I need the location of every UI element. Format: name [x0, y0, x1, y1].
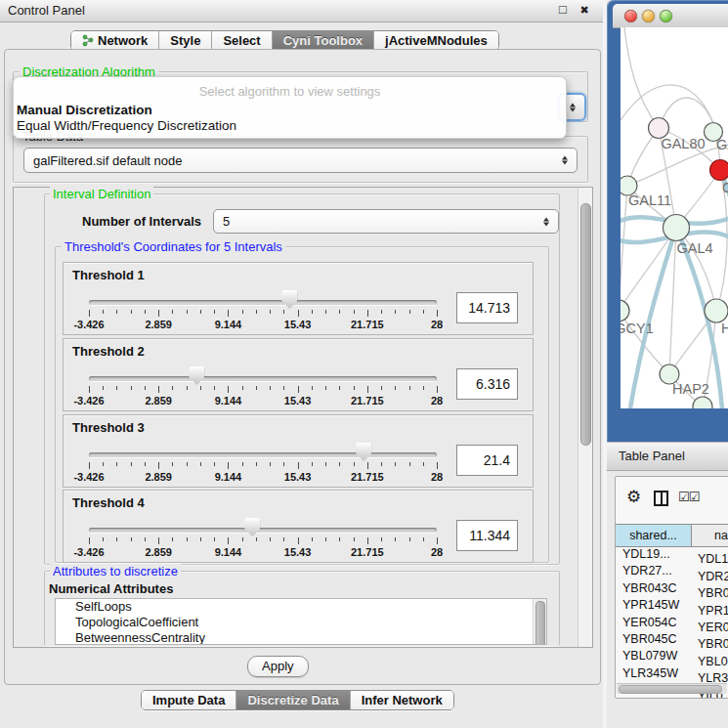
slider-thumb[interactable]	[244, 518, 260, 536]
threshold-4-slider[interactable]: -3.4262.8599.14415.4321.71528	[89, 491, 437, 562]
network-window-titlebar[interactable]	[613, 4, 728, 28]
network-graph[interactable]: GAL80GACGAL11GAL4GCY1HHAP2	[621, 27, 728, 408]
list-scrollbar[interactable]	[533, 599, 546, 644]
threshold-value-field[interactable]: 6.316	[456, 368, 518, 400]
tick-label: 15.43	[284, 319, 312, 330]
cell-shared-name[interactable]: YBR043C	[616, 580, 692, 597]
slider-track[interactable]	[89, 452, 437, 457]
tab-label: Cyni Toolbox	[283, 31, 363, 50]
apply-button[interactable]: Apply	[247, 656, 309, 677]
tab-jactivemnodules[interactable]: jActiveMNodules	[373, 31, 498, 50]
dropdown-option-manual[interactable]: Manual Discretization	[16, 103, 564, 118]
network-node[interactable]	[705, 299, 728, 322]
gear-icon[interactable]: ⚙	[626, 487, 641, 507]
close-traffic-light[interactable]	[624, 10, 637, 22]
table-row[interactable]: YDL19...YDL1	[616, 546, 728, 563]
network-canvas[interactable]: GAL80GACGAL11GAL4GCY1HHAP2	[621, 27, 728, 408]
table-row[interactable]: YBR043CYBR0	[616, 580, 728, 597]
slider-ticks	[89, 310, 437, 318]
slider-track[interactable]	[89, 300, 437, 305]
cell-shared-name[interactable]: YER054C	[616, 615, 692, 631]
threshold-value-field[interactable]: 14.713	[456, 292, 518, 323]
vertical-scrollbar-thumb[interactable]	[580, 203, 591, 446]
tab-impute-data[interactable]: Impute Data	[142, 691, 236, 709]
threshold-value-field[interactable]: 21.4	[456, 445, 518, 476]
threshold-value-field[interactable]: 11.344	[456, 520, 518, 551]
column-header-name[interactable]: na	[692, 525, 728, 546]
threshold-1-slider[interactable]: -3.4262.8599.14415.4321.71528	[89, 263, 437, 334]
select-checkboxes-icon[interactable]: ☑☑	[678, 490, 699, 504]
threshold-2-slider[interactable]: -3.4262.8599.14415.4321.71528	[89, 339, 437, 410]
network-node[interactable]	[621, 300, 629, 321]
close-icon[interactable]: ✖	[577, 4, 592, 17]
network-node-label: GAL4	[676, 240, 712, 256]
slider-ticks	[89, 462, 437, 470]
tick-label: 15.43	[284, 395, 312, 407]
tick-label: 21.715	[351, 319, 384, 330]
control-panel-titlebar: Control Panel □ ✖	[0, 0, 604, 22]
table-row[interactable]: YLR345WYLR3	[616, 665, 728, 682]
tab-network[interactable]: Network	[71, 31, 158, 50]
horizontal-scrollbar[interactable]	[617, 683, 727, 694]
list-scrollbar-thumb[interactable]	[535, 601, 545, 645]
interval-definition-title: Interval Definition	[50, 187, 153, 201]
cell-shared-name[interactable]: YBR045C	[616, 631, 692, 648]
dropdown-option-equal-width[interactable]: Equal Width/Frequency Discretization	[16, 118, 564, 134]
table-data-combo[interactable]: galFiltered.sif default node	[23, 148, 578, 173]
network-edge[interactable]	[621, 186, 627, 311]
table-row[interactable]: YBR045CYBR0	[616, 631, 728, 648]
cell-shared-name[interactable]: YDL19...	[616, 546, 692, 563]
column-header-shared-name[interactable]: shared...	[616, 525, 692, 546]
network-node[interactable]	[693, 397, 712, 408]
tick-label: 28	[431, 471, 443, 483]
tick-label: 28	[431, 319, 443, 330]
table-row[interactable]: YPR145WYPR1	[616, 597, 728, 614]
columns-icon[interactable]	[654, 491, 668, 506]
numerical-attributes-list[interactable]: SelfLoopsTopologicalCoefficientBetweenne…	[55, 598, 547, 645]
slider-thumb[interactable]	[356, 443, 371, 461]
slider-thumb[interactable]	[281, 290, 297, 309]
table-data-combo-value: galFiltered.sif default node	[33, 153, 182, 168]
bottom-tab-bar: Impute Data Discretize Data Infer Networ…	[141, 690, 454, 710]
tab-select[interactable]: Select	[211, 31, 271, 50]
tick-label: 21.715	[351, 546, 384, 558]
zoom-traffic-light[interactable]	[660, 10, 672, 22]
tab-cyni-toolbox[interactable]: Cyni Toolbox	[272, 31, 373, 50]
cell-shared-name[interactable]: YPR145W	[616, 597, 692, 614]
slider-thumb[interactable]	[189, 366, 204, 385]
num-intervals-label: Number of Intervals	[82, 214, 201, 229]
cell-shared-name[interactable]: YBL079W	[616, 648, 692, 664]
table-row[interactable]: YDR27...YDR2	[616, 563, 728, 579]
slider-track[interactable]	[89, 528, 437, 533]
slider-tick-labels: -3.4262.8599.14415.4321.71528	[89, 546, 437, 558]
slider-tick-labels: -3.4262.8599.14415.4321.71528	[89, 319, 437, 330]
network-node-label: GA	[716, 137, 728, 152]
network-edge[interactable]	[624, 27, 659, 128]
threshold-3-slider[interactable]: -3.4262.8599.14415.4321.71528	[89, 415, 437, 487]
tab-infer-network[interactable]: Infer Network	[350, 691, 453, 709]
slider-ticks	[89, 537, 437, 545]
tab-discretize-data[interactable]: Discretize Data	[236, 691, 349, 709]
tick-label: 2.859	[145, 471, 172, 483]
table-row[interactable]: YBL079WYBL0	[616, 648, 728, 664]
horizontal-scrollbar-thumb[interactable]	[619, 685, 722, 694]
network-node[interactable]	[664, 215, 690, 241]
network-node[interactable]	[710, 160, 728, 181]
num-intervals-combo[interactable]: 5	[213, 209, 559, 234]
attribute-list-item[interactable]: TopologicalCoefficient	[56, 615, 546, 630]
network-node-label: GAL11	[628, 193, 671, 208]
dropdown-placeholder: Select algorithm to view settings	[14, 84, 566, 99]
table-row[interactable]: YER054CYER0	[616, 615, 728, 631]
slider-track[interactable]	[89, 376, 437, 381]
vertical-scrollbar[interactable]	[578, 188, 592, 647]
minimize-traffic-light[interactable]	[642, 10, 655, 22]
tab-label: jActiveMNodules	[385, 31, 488, 50]
cell-shared-name[interactable]: YLR345W	[616, 665, 692, 682]
cell-shared-name[interactable]: YDR27...	[616, 563, 692, 579]
network-edge[interactable]	[621, 85, 713, 123]
float-icon[interactable]: □	[555, 2, 571, 17]
attribute-list-item[interactable]: BetweennessCentrality	[56, 630, 546, 645]
slider-tick-labels: -3.4262.8599.14415.4321.71528	[89, 471, 437, 483]
tab-style[interactable]: Style	[158, 31, 211, 50]
attribute-list-item[interactable]: SelfLoops	[56, 599, 546, 615]
